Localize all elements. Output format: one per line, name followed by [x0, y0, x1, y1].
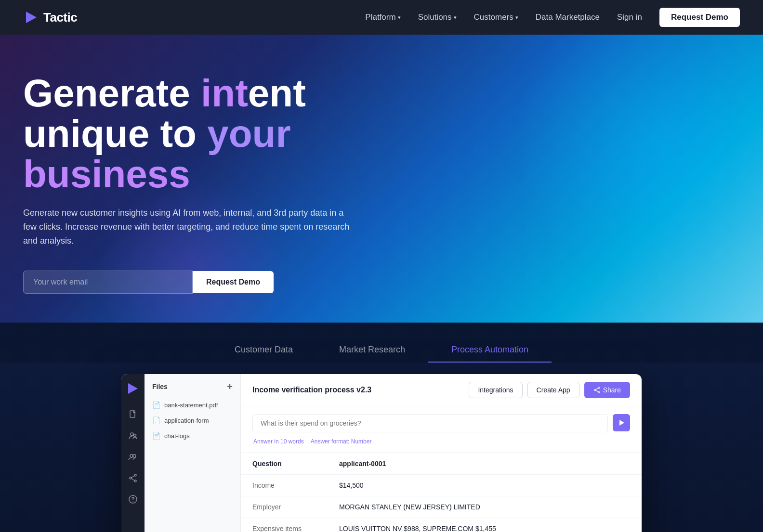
add-file-button[interactable]: + [227, 382, 233, 391]
file-name: bank-statement.pdf [164, 402, 218, 409]
files-label: Files [152, 383, 168, 390]
row-value: LOUIS VUITTON NV $988, SUPREME.COM $1,45… [339, 525, 496, 532]
svg-point-15 [594, 389, 595, 391]
nav-platform-label: Platform [365, 13, 395, 22]
nav-cta-button[interactable]: Request Demo [659, 8, 740, 27]
logo-icon [23, 10, 39, 25]
solutions-chevron-icon: ▾ [454, 14, 457, 21]
data-table: Question applicant-0001 Income $14,500 E… [241, 453, 642, 532]
list-item[interactable]: 📄 chat-logs [145, 428, 240, 443]
integrations-button[interactable]: Integrations [469, 382, 522, 398]
nav-platform[interactable]: Platform ▾ [365, 13, 400, 22]
file-icon: 📄 [152, 416, 160, 424]
nav-solutions[interactable]: Solutions ▾ [418, 13, 457, 22]
hero-title-line2: unique to your business [23, 112, 291, 195]
row-value: $14,500 [339, 481, 364, 489]
hero-title: Generate intent unique to your business [23, 73, 389, 195]
list-item[interactable]: 📄 bank-statement.pdf [145, 397, 240, 413]
svg-line-18 [595, 390, 598, 392]
nav-customers-label: Customers [474, 13, 513, 22]
demo-header: Income verification process v2.3 Integra… [241, 374, 642, 406]
file-icon: 📄 [152, 401, 160, 409]
row-label: Expensive items [252, 525, 339, 532]
demo-header-actions: Integrations Create App Share [469, 382, 630, 398]
svg-marker-19 [619, 420, 624, 426]
hero-form: Request Demo [23, 271, 274, 294]
signin-link[interactable]: Sign in [617, 13, 642, 22]
nav-solutions-label: Solutions [418, 13, 452, 22]
share-icon [593, 387, 600, 393]
hero-content: Generate intent unique to your business … [23, 73, 389, 294]
nav-data-marketplace[interactable]: Data Marketplace [536, 13, 600, 22]
query-meta: Answer in 10 words Answer format: Number [252, 438, 372, 445]
svg-line-10 [132, 476, 134, 478]
run-icon [618, 419, 625, 427]
share-label: Share [603, 386, 621, 394]
query-run-button[interactable] [613, 414, 630, 431]
answer-words-badge[interactable]: Answer in 10 words [253, 438, 304, 445]
sidebar-file-icon[interactable] [127, 409, 139, 420]
tabs-bar: Customer Data Market Research Process Au… [0, 323, 763, 363]
sidebar-help-icon[interactable] [127, 493, 139, 505]
svg-point-16 [598, 391, 599, 393]
email-input[interactable] [23, 271, 193, 294]
hero-business-word: business [23, 153, 190, 195]
sidebar-team-icon[interactable] [127, 451, 139, 463]
svg-line-17 [595, 389, 598, 390]
query-bar: Answer in 10 words Answer format: Number [241, 406, 642, 453]
hero-title-line1: Generate intent unique to your business [23, 72, 306, 195]
row-label: Income [252, 481, 339, 489]
create-app-button[interactable]: Create App [527, 382, 579, 398]
svg-point-5 [130, 454, 133, 457]
hero-section: Generate intent unique to your business … [0, 35, 763, 323]
svg-point-8 [130, 477, 132, 479]
platform-chevron-icon: ▾ [398, 14, 401, 21]
hero-subtitle: Generate new customer insights using AI … [23, 206, 351, 247]
demo-main: Income verification process v2.3 Integra… [241, 374, 642, 532]
query-input-row [252, 414, 630, 432]
file-icon: 📄 [152, 432, 160, 440]
files-panel: Files + 📄 bank-statement.pdf 📄 applicati… [145, 374, 241, 532]
sidebar-users-icon[interactable] [127, 430, 139, 441]
hero-your-word: your [207, 112, 290, 155]
svg-point-14 [598, 387, 599, 389]
row-value: MORGAN STANLEY (NEW JERSEY) LIMITED [339, 503, 480, 511]
logo[interactable]: Tactic [23, 10, 77, 25]
hero-intent-word: intent [201, 72, 306, 115]
logo-text: Tactic [43, 10, 77, 25]
svg-marker-0 [26, 12, 37, 23]
tab-market-research[interactable]: Market Research [316, 338, 428, 363]
hero-cta-button[interactable]: Request Demo [193, 271, 274, 293]
tab-customer-data[interactable]: Customer Data [211, 338, 316, 363]
demo-sidebar [121, 374, 145, 532]
query-input[interactable] [252, 414, 608, 432]
table-row: Expensive items LOUIS VUITTON NV $988, S… [241, 518, 642, 532]
table-row: Question applicant-0001 [241, 453, 642, 475]
nav-customers[interactable]: Customers ▾ [474, 13, 518, 22]
demo-title: Income verification process v2.3 [252, 386, 371, 394]
customers-chevron-icon: ▾ [515, 14, 518, 21]
svg-point-9 [134, 480, 136, 482]
row-label: Employer [252, 503, 339, 511]
svg-point-7 [134, 474, 136, 476]
table-header-value: applicant-0001 [339, 460, 386, 467]
nav-data-marketplace-label: Data Marketplace [536, 13, 600, 22]
sidebar-logo-icon [126, 382, 140, 395]
demo-container: Files + 📄 bank-statement.pdf 📄 applicati… [0, 363, 763, 532]
answer-format-badge[interactable]: Answer format: Number [311, 438, 372, 445]
table-row: Employer MORGAN STANLEY (NEW JERSEY) LIM… [241, 496, 642, 518]
svg-point-13 [132, 502, 133, 503]
tabs-section: Customer Data Market Research Process Au… [0, 323, 763, 532]
svg-line-11 [132, 479, 134, 480]
svg-point-3 [131, 433, 133, 436]
svg-point-6 [133, 454, 136, 457]
table-row: Income $14,500 [241, 475, 642, 496]
svg-marker-1 [128, 383, 138, 394]
file-name: chat-logs [164, 432, 190, 440]
sidebar-share-icon[interactable] [127, 472, 139, 484]
share-button[interactable]: Share [584, 382, 630, 398]
file-name: application-form [164, 417, 209, 424]
nav-links: Platform ▾ Solutions ▾ Customers ▾ Data … [365, 8, 740, 27]
tab-process-automation[interactable]: Process Automation [428, 338, 552, 363]
list-item[interactable]: 📄 application-form [145, 413, 240, 428]
